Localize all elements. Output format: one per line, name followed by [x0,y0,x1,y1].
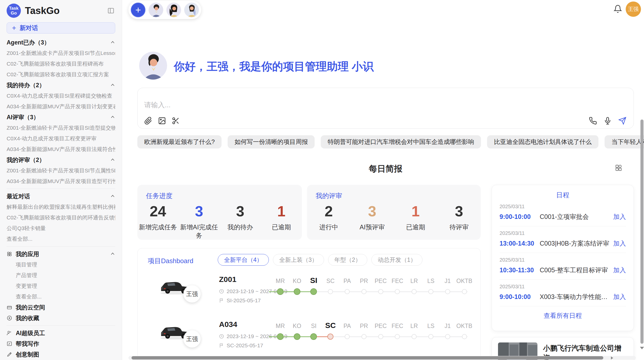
project-owner-badge: 王强 [183,285,201,303]
app-item-change-mgmt[interactable]: 变更管理 [16,281,37,291]
sidebar-item-creative-draw[interactable]: 创意制图 [7,349,115,360]
tab-all-new-platform[interactable]: 全新平台（4） [218,254,269,266]
stat-overdue: 1已逾期 [261,203,302,240]
sidebar-item[interactable]: C0X4-动力总成开发项目SI里程碑提交物检查 [7,91,112,101]
sidebar-item-help-write[interactable]: 帮我写作 [7,338,115,349]
chevron-up-icon[interactable] [110,251,115,257]
project-code: A034 [219,320,237,329]
attachment-icon[interactable] [144,117,152,125]
sidebar-item[interactable]: Z001-全新燃油轻卡产品开发项目SI造型提交物评审 [7,123,115,133]
join-meeting-link[interactable]: 加入 [613,266,626,274]
session-avatar-3[interactable] [184,3,199,17]
session-avatar-1[interactable] [149,3,163,17]
app-item-product-mgmt[interactable]: 产品管理 [16,270,37,281]
project-row[interactable]: 王强 Z001 2023-12-19 ~ 2027-01-19 SI-2025-… [145,273,474,317]
app-root: Task Go TaskGo + 新对话 Agent已办（3） Z001-全新燃… [0,0,644,360]
recent-chat-item[interactable]: C02-飞腾新能源轻客改款项目的闭环通告反馈情况 [7,212,115,223]
sidebar-item[interactable]: C02-飞腾新能源轻客改款项目立项汇报方案 [7,69,109,80]
dashboard-tabs: 全新平台（4） 全新上装（3） 年型（2） 动总开发（1） [218,254,422,266]
tab-powertrain[interactable]: 动总开发（1） [371,254,422,266]
sidebar-item[interactable]: Z001-全新燃油皮卡产品开发项目SI节点Lesson Learn报告 [7,48,115,58]
sidebar-item[interactable]: C02-飞腾新能源轻客改款项目里程碑画布 [7,58,104,69]
section-recent-chats[interactable]: 最近对话 [7,191,115,202]
task-progress-card: 任务进度 24新增完成任务 3新增AI完成任务 3我的待办 1已逾期 [137,185,302,240]
image-icon[interactable] [158,117,166,125]
section-my-apps[interactable]: 我的应用 [7,249,115,259]
suggestion-chip[interactable]: 特朗普可能对进口汽车增税会对中国车企造成哪些影响 [321,135,481,148]
tab-new-body[interactable]: 全新上装（3） [273,254,324,266]
user-avatar[interactable]: 王强 [626,2,641,17]
section-ai-review[interactable]: AI评审（3） [7,112,115,123]
sidebar-item[interactable]: Z001-全新燃油轻卡产品开发项目SI节点属性5D文件评审 [7,165,115,176]
suggestion-chip[interactable]: 当下年轻人对汽车外观有怎样的喜好趋势 [605,135,644,148]
phone-call-icon[interactable] [589,117,597,125]
project-row[interactable]: 王强 A034 2023-12-19 ~ 2026-01-19 SC-2025-… [145,318,474,360]
suggestion-chip[interactable]: 如何写一份清晰的项目周报 [228,135,315,148]
plus-icon: + [12,24,16,32]
cloud-space-icon [7,305,12,310]
app-item-project-mgmt[interactable]: 项目管理 [16,259,37,270]
chevron-up-icon[interactable] [110,40,115,45]
tab-model-year[interactable]: 年型（2） [328,254,368,266]
stat-new-ai-done: 3新增AI完成任务 [179,203,220,240]
schedule-name: X003-车辆动力学性能验... [540,293,610,301]
recent-chat-item[interactable]: 公司Q3轻卡销量 [7,223,46,234]
scroll-down-arrow-icon[interactable] [640,347,644,349]
help-write-icon [7,341,12,347]
layout-grid-icon[interactable] [614,164,623,172]
notifications-bell-icon[interactable] [613,5,623,14]
divider [7,325,115,326]
chevron-up-icon[interactable] [110,157,115,162]
suggestion-chip[interactable]: 比亚迪全固态电池计划具体说了什么 [487,135,598,148]
scissors-icon[interactable] [172,117,180,125]
logo-line-2: Go [11,11,17,16]
join-meeting-link[interactable]: 加入 [613,293,626,301]
ai-employee-icon [7,330,12,336]
schedule-item: 2025/03/11 9:00-10:00 X003-车辆动力学性能验... 加… [500,280,626,306]
milestone-timeline: MRKOSISCPAPRPECFECLRLSJ1OKTB [272,321,473,349]
chat-input[interactable] [144,101,526,109]
schedule-item: 2025/03/11 9:00-10:00 C001-立项审批会 加入 [500,200,626,226]
sidebar-item[interactable]: C0X4-动力总成开发项目工程变更评审 [7,133,97,144]
horizontal-scrollbar[interactable] [128,356,636,360]
sidebar-item-favorites[interactable]: 我的收藏 [7,313,115,323]
logo-line-1: Task [9,6,19,11]
schedule-date: 2025/03/11 [500,230,626,236]
sidebar-item-cloud-space[interactable]: 我的云空间 [7,302,115,313]
recent-chat-item[interactable]: 解释最新出台的欧盟报废车法规再生塑料比例被调至15%... [7,202,115,212]
sidebar-item[interactable]: A034-全新新能源MUV产品开发项目造型可行性评审 [7,176,115,187]
schedule-panel: 日程 2025/03/11 9:00-10:00 C001-立项审批会 加入 2… [492,185,634,331]
schedule-time: 10:30-11:30 [500,266,540,274]
join-meeting-link[interactable]: 加入 [613,213,626,221]
new-chat-button[interactable]: + 新对话 [7,22,115,34]
section-title: AI评审（3） [7,113,39,121]
favorites-label: 我的收藏 [16,314,39,322]
send-icon[interactable] [618,117,626,125]
sidebar-item[interactable]: A034-全新新能源MUV产品开发项目法规符合性评审 [7,144,115,155]
daily-brief-title: 每日简报 [137,163,634,175]
sidebar-item[interactable]: A034-全新新能源MUV产品开发项目计划变更表编写 [7,101,115,112]
scroll-right-arrow-icon[interactable] [611,356,613,359]
view-all-schedule-link[interactable]: 查看所有日程 [500,311,626,320]
add-session-button[interactable]: + [131,3,145,17]
chevron-up-icon[interactable] [110,83,115,88]
session-avatar-2[interactable] [166,3,181,17]
collapse-sidebar-icon[interactable] [107,6,115,15]
project-owner-badge: 王强 [183,330,201,348]
join-meeting-link[interactable]: 加入 [613,239,626,248]
microphone-icon[interactable] [604,117,612,125]
view-all-apps-link[interactable]: 查看全部... [16,291,42,302]
suggestion-chip[interactable]: 欧洲新规最近颁布了什么? [137,135,222,148]
view-all-chats-link[interactable]: 查看全部... [7,234,33,244]
section-agent-done[interactable]: Agent已办（3） [7,37,115,48]
sidebar-item-ai-employee[interactable]: AI超级员工 [7,328,115,338]
apps-grid-icon [7,251,12,257]
chevron-up-icon[interactable] [110,115,115,120]
chevron-up-icon[interactable] [110,194,115,199]
creative-draw-label: 创意制图 [16,351,39,358]
horizontal-scrollbar-thumb[interactable] [131,356,603,359]
milestone-timeline: MRKOSISCPAPRPECFECLRLSJ1OKTB [272,276,473,304]
section-my-review[interactable]: 我的评审（2） [7,155,115,165]
vertical-scrollbar-thumb[interactable] [640,119,643,344]
section-my-todo[interactable]: 我的待办（2） [7,80,115,91]
